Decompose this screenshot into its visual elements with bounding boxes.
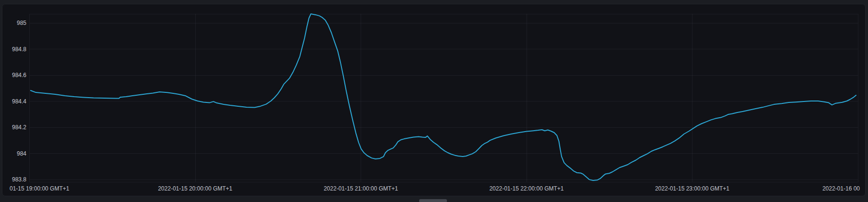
x-axis-label: 2022-01-15 22:00:00 GMT+1 bbox=[474, 185, 579, 192]
pressure-line[interactable] bbox=[31, 14, 856, 180]
y-axis-label: 984.8 bbox=[0, 46, 26, 53]
x-axis-label: 2022-01-15 23:00:00 GMT+1 bbox=[640, 185, 745, 192]
plot-area-border bbox=[30, 14, 858, 182]
y-axis-label: 984.6 bbox=[0, 72, 26, 79]
y-axis-label: 985 bbox=[0, 20, 26, 26]
y-axis-label: 983.8 bbox=[0, 176, 26, 183]
chart-canvas[interactable] bbox=[0, 0, 868, 202]
x-axis-label: 2022-01-15 20:00:00 GMT+1 bbox=[142, 185, 248, 192]
x-axis-label: 2022-01-16 00 bbox=[783, 185, 860, 192]
y-axis-label: 984.4 bbox=[0, 98, 26, 105]
x-axis-label: 01-15 19:00:00 GMT+1 bbox=[10, 185, 69, 192]
grafana-page: 985984.8984.6984.4984.2984983.801-15 19:… bbox=[0, 0, 868, 202]
y-axis-label: 984.2 bbox=[0, 124, 26, 131]
horizontal-scrollbar-thumb[interactable] bbox=[419, 199, 447, 202]
y-axis-label: 984 bbox=[0, 150, 26, 157]
x-axis-label: 2022-01-15 21:00:00 GMT+1 bbox=[308, 185, 414, 192]
